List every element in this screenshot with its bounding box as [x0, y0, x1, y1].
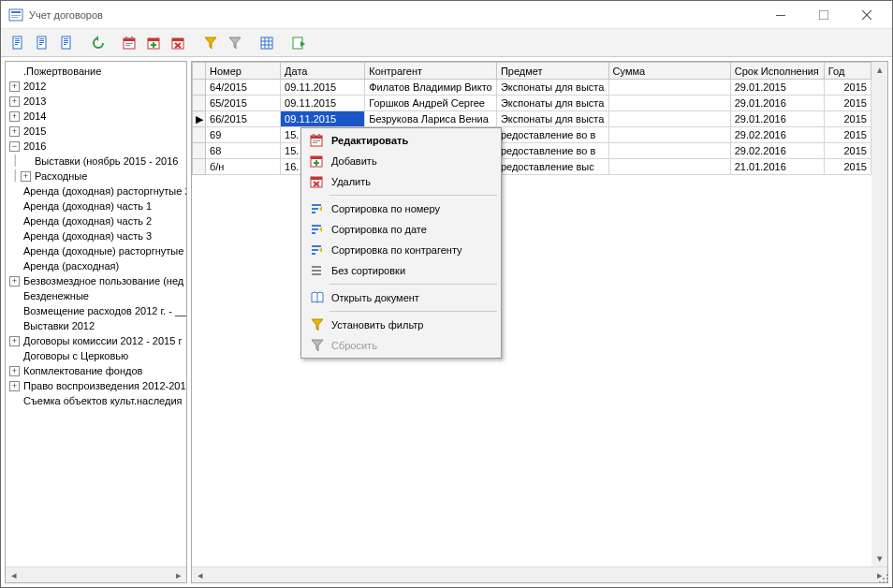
tree-node[interactable]: Возмещение расходов 2012 г. - __: [9, 303, 184, 318]
table-row[interactable]: ▶66/201509.11.2015Безрукова Лариса Вениа…: [193, 111, 887, 127]
menu-item[interactable]: Добавить: [303, 151, 499, 171]
cell[interactable]: [608, 111, 730, 127]
cell[interactable]: [608, 127, 730, 143]
cell[interactable]: 09.11.2015: [281, 80, 365, 96]
col-header[interactable]: Год: [824, 63, 871, 80]
menu-item[interactable]: Удалить: [303, 171, 499, 192]
tree-node[interactable]: −2016: [9, 139, 184, 154]
tree-node[interactable]: +Право воспроизведения 2012-201: [9, 378, 184, 393]
tree-node[interactable]: Аренда (доходная) расторгнутые 2: [9, 184, 184, 198]
grid-vscroll[interactable]: ▴ ▾: [871, 62, 887, 566]
col-header[interactable]: Дата: [281, 63, 365, 80]
data-grid[interactable]: НомерДатаКонтрагентПредметСуммаСрок Испо…: [192, 62, 887, 175]
cell[interactable]: Горшков Андрей Сергее: [365, 96, 497, 111]
table-button[interactable]: [256, 32, 278, 54]
cell[interactable]: 2015: [824, 96, 871, 111]
cell[interactable]: 2015: [824, 111, 871, 127]
col-header[interactable]: Контрагент: [365, 63, 497, 80]
tree-expander[interactable]: +: [9, 81, 20, 92]
cell[interactable]: 2015: [824, 159, 871, 175]
menu-item[interactable]: Сортировка по контрагенту: [303, 240, 499, 260]
scroll-right-icon[interactable]: ▸: [170, 567, 186, 583]
cell[interactable]: Экспонаты для выста: [496, 111, 608, 127]
scroll-left-icon[interactable]: ◂: [192, 567, 208, 583]
tree-expander[interactable]: +: [9, 276, 20, 287]
tree-node[interactable]: +2013: [9, 94, 184, 109]
col-header[interactable]: Сумма: [608, 63, 730, 80]
menu-item[interactable]: Без сортировки: [303, 260, 499, 281]
cell[interactable]: 68: [206, 143, 281, 159]
scroll-down-icon[interactable]: ▾: [871, 551, 887, 566]
maximize-button[interactable]: [802, 1, 845, 29]
tree-node[interactable]: Аренда (доходная) часть 2: [9, 213, 184, 228]
tree-expander[interactable]: +: [21, 171, 31, 182]
tree-node[interactable]: +2015: [9, 124, 184, 139]
tree-expander[interactable]: +: [9, 336, 20, 346]
cal-edit-button[interactable]: [119, 32, 141, 54]
tree-node[interactable]: .Пожертвование: [9, 64, 184, 79]
tree-expander[interactable]: +: [9, 381, 20, 391]
tree-node[interactable]: Выставки 2012: [9, 318, 184, 333]
tree-hscroll[interactable]: ◂ ▸: [6, 566, 186, 582]
cell[interactable]: редоставление во в: [496, 143, 608, 159]
tree-expander[interactable]: +: [9, 111, 20, 122]
tree-node[interactable]: +2012: [9, 79, 184, 94]
cell[interactable]: 64/2015: [206, 80, 281, 96]
cell[interactable]: 29.02.2016: [730, 143, 824, 159]
cell[interactable]: 29.02.2016: [730, 127, 824, 143]
cell[interactable]: 09.11.2015: [281, 96, 365, 111]
context-menu[interactable]: РедактироватьДобавитьУдалитьСортировка п…: [300, 127, 502, 359]
doc-button[interactable]: [7, 32, 29, 54]
cell[interactable]: [608, 143, 730, 159]
refresh-button[interactable]: [87, 32, 110, 54]
minimize-button[interactable]: [759, 1, 802, 29]
table-row[interactable]: 6815.редоставление во в29.02.20162015: [193, 143, 887, 159]
table-row[interactable]: 6915.редоставление во в29.02.20162015: [193, 127, 887, 143]
cell[interactable]: Филатов Владимир Викто: [365, 80, 497, 96]
tree-node[interactable]: Аренда (расходная): [9, 258, 184, 273]
tree-node[interactable]: +2014: [9, 109, 184, 124]
cell[interactable]: 66/2015: [206, 111, 281, 127]
cell[interactable]: 29.01.2016: [730, 111, 824, 127]
cell[interactable]: 29.01.2016: [730, 96, 824, 111]
cell[interactable]: Безрукова Лариса Вениа: [365, 111, 497, 127]
tree-node[interactable]: Аренда (доходная) часть 3: [9, 228, 184, 243]
cell[interactable]: [608, 80, 730, 96]
col-header[interactable]: Срок Исполнения: [730, 63, 824, 80]
tree-node[interactable]: Аренда (доходная) часть 1: [9, 198, 184, 213]
tree-node[interactable]: Договоры с Церковью: [9, 348, 184, 363]
cell[interactable]: 2015: [824, 143, 871, 159]
cell[interactable]: 09.11.2015: [281, 111, 365, 127]
export-button[interactable]: [287, 32, 310, 54]
cell[interactable]: редоставление во в: [496, 127, 608, 143]
col-header[interactable]: Номер: [206, 63, 281, 80]
tree-node[interactable]: Аренда (доходные) расторгнутые (: [9, 243, 184, 258]
doc-button[interactable]: [55, 32, 78, 54]
cell[interactable]: 21.01.2016: [730, 159, 824, 175]
tree-node[interactable]: │+Расходные: [9, 169, 184, 184]
menu-item[interactable]: Сортировка по номеру: [303, 198, 499, 219]
cell[interactable]: редоставление выс: [496, 159, 608, 175]
cell[interactable]: 69: [206, 127, 281, 143]
menu-item[interactable]: Открыть документ: [303, 287, 499, 308]
tree-expander[interactable]: +: [9, 96, 20, 107]
cell[interactable]: Экспонаты для выста: [496, 96, 608, 111]
tree-expander[interactable]: +: [9, 126, 20, 137]
doc-button[interactable]: [31, 32, 53, 54]
tree-expander[interactable]: +: [9, 366, 20, 376]
filter-reset-button[interactable]: [224, 32, 246, 54]
cell[interactable]: [608, 96, 730, 111]
menu-item[interactable]: Сортировка по дате: [303, 219, 499, 240]
menu-item[interactable]: Редактировать: [303, 130, 499, 151]
scroll-left-icon[interactable]: ◂: [6, 567, 22, 583]
cell[interactable]: 65/2015: [206, 96, 281, 111]
table-row[interactable]: б/н16.редоставление выс21.01.20162015: [193, 159, 887, 175]
menu-item[interactable]: Установить фильтр: [303, 315, 499, 335]
cell[interactable]: 2015: [824, 80, 871, 96]
tree-node[interactable]: +Копмлектование фондов: [9, 363, 184, 378]
cell[interactable]: Экспонаты для выста: [496, 80, 608, 96]
tree-node[interactable]: +Договоры комиссии 2012 - 2015 г: [9, 333, 184, 348]
tree-expander[interactable]: −: [9, 141, 20, 152]
tree-node[interactable]: Съемка объектов культ.наследия: [9, 393, 184, 408]
grid-hscroll[interactable]: ◂ ▸: [192, 566, 887, 582]
